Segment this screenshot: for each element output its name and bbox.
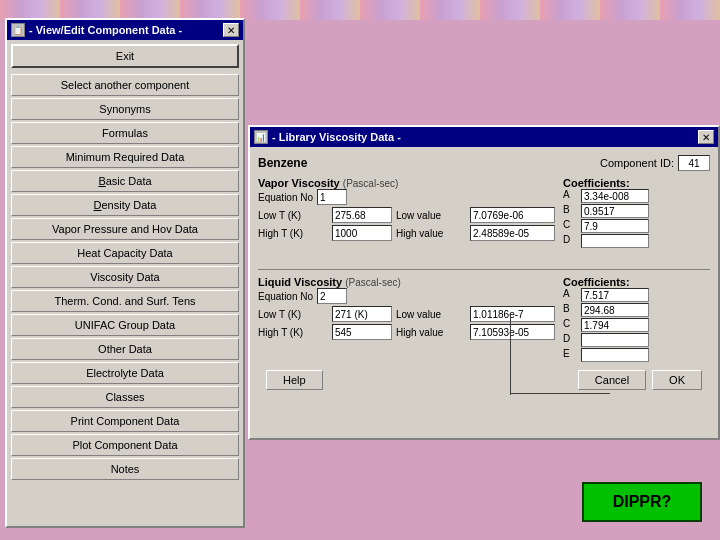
- vapor-equation-row: Equation No: [258, 189, 555, 205]
- exit-button[interactable]: Exit: [11, 44, 239, 68]
- min-required-data-button[interactable]: Minimum Required Data: [11, 146, 239, 168]
- formulas-button[interactable]: Formulas: [11, 122, 239, 144]
- viscosity-dialog-titlebar: 📊 - Library Viscosity Data - ✕: [250, 127, 718, 147]
- liquid-coeff-d-label: D: [563, 333, 579, 347]
- vapor-lowval-label: Low value: [396, 210, 466, 221]
- vapor-coeff-b-label: B: [563, 204, 579, 218]
- liquid-lowt-label: Low T (K): [258, 309, 328, 320]
- main-window-content: Exit Select another component Synonyms F…: [7, 40, 243, 484]
- vapor-coeff-a-label: A: [563, 189, 579, 203]
- vapor-hight-label: High T (K): [258, 228, 328, 239]
- liquid-lowt-input[interactable]: [332, 306, 392, 322]
- vapor-viscosity-left: Vapor Viscosity (Pascal-sec) Equation No…: [258, 177, 555, 263]
- liquid-viscosity-section: Liquid Viscosity (Pascal-sec) Equation N…: [258, 276, 710, 362]
- vapor-coeff-c-label: C: [563, 219, 579, 233]
- vapor-coeff-grid: A B C D E: [563, 189, 710, 263]
- dialog-titlebar-left: 📊 - Library Viscosity Data -: [254, 130, 401, 144]
- liquid-coeff-grid: A B C D E: [563, 288, 710, 362]
- vapor-equation-input[interactable]: [317, 189, 347, 205]
- liquid-coefficients-section: Coefficients: A B C D E: [563, 276, 710, 362]
- vapor-coeff-d-input[interactable]: [581, 234, 649, 248]
- density-data-button[interactable]: Density Data: [11, 194, 239, 216]
- liquid-viscosity-two-col: Liquid Viscosity (Pascal-sec) Equation N…: [258, 276, 710, 362]
- vapor-pressure-button[interactable]: Vapor Pressure and Hov Data: [11, 218, 239, 240]
- vapor-coefficients-section: Coefficients: A B C D E: [563, 177, 710, 263]
- select-component-button[interactable]: Select another component: [11, 74, 239, 96]
- dippr-button[interactable]: DIPPR?: [582, 482, 702, 522]
- dialog-header: Benzene Component ID:: [258, 155, 710, 171]
- liquid-coeff-c-input[interactable]: [581, 318, 649, 332]
- liquid-coeff-a-input[interactable]: [581, 288, 649, 302]
- component-id-label: Component ID:: [600, 157, 674, 169]
- vapor-viscosity-two-col: Vapor Viscosity (Pascal-sec) Equation No…: [258, 177, 710, 263]
- electrolyte-data-button[interactable]: Electrolyte Data: [11, 362, 239, 384]
- liquid-equation-row: Equation No: [258, 288, 555, 304]
- ok-button[interactable]: OK: [652, 370, 702, 390]
- classes-button[interactable]: Classes: [11, 386, 239, 408]
- dialog-footer: Help Cancel OK: [258, 366, 710, 394]
- viscosity-dialog-close-button[interactable]: ✕: [698, 130, 714, 144]
- viscosity-dialog-title: - Library Viscosity Data -: [272, 131, 401, 143]
- viscosity-button[interactable]: Viscosity Data: [11, 266, 239, 288]
- liquid-coeff-c-label: C: [563, 318, 579, 332]
- main-window-close-button[interactable]: ✕: [223, 23, 239, 37]
- liquid-hight-input[interactable]: [332, 324, 392, 340]
- background-pattern: [0, 0, 720, 20]
- liquid-coeff-b-label: B: [563, 303, 579, 317]
- titlebar-left: 📋 - View/Edit Component Data -: [11, 23, 182, 37]
- liquid-coeff-d-input[interactable]: [581, 333, 649, 347]
- synonyms-button[interactable]: Synonyms: [11, 98, 239, 120]
- other-data-button[interactable]: Other Data: [11, 338, 239, 360]
- component-name: Benzene: [258, 156, 307, 170]
- liquid-coeff-a-label: A: [563, 288, 579, 302]
- liquid-viscosity-sublabel: (Pascal-sec): [345, 277, 401, 288]
- main-window-titlebar: 📋 - View/Edit Component Data - ✕: [7, 20, 243, 40]
- vapor-coeff-d-label: D: [563, 234, 579, 248]
- vapor-lowt-row: Low T (K) Low value: [258, 207, 555, 223]
- vapor-hight-input[interactable]: [332, 225, 392, 241]
- liquid-coeff-e-input[interactable]: [581, 348, 649, 362]
- dippr-label: DIPPR?: [613, 493, 672, 511]
- heat-capacity-button[interactable]: Heat Capacity Data: [11, 242, 239, 264]
- plot-component-button[interactable]: Plot Component Data: [11, 434, 239, 456]
- component-id-input[interactable]: [678, 155, 710, 171]
- main-window: 📋 - View/Edit Component Data - ✕ Exit Se…: [5, 18, 245, 528]
- liquid-eq-label: Equation No: [258, 291, 313, 302]
- vapor-lowt-input[interactable]: [332, 207, 392, 223]
- viscosity-dialog: 📊 - Library Viscosity Data - ✕ Benzene C…: [248, 125, 720, 440]
- component-id-area: Component ID:: [600, 155, 710, 171]
- liquid-hight-label: High T (K): [258, 327, 328, 338]
- therm-cond-button[interactable]: Therm. Cond. and Surf. Tens: [11, 290, 239, 312]
- vapor-eq-label: Equation No: [258, 192, 313, 203]
- unifac-group-button[interactable]: UNIFAC Group Data: [11, 314, 239, 336]
- vapor-hight-row: High T (K) High value: [258, 225, 555, 241]
- main-window-title: - View/Edit Component Data -: [29, 24, 182, 36]
- liquid-coeff-label: Coefficients:: [563, 276, 630, 288]
- liquid-coeff-b-input[interactable]: [581, 303, 649, 317]
- vapor-coeff-b-input[interactable]: [581, 204, 649, 218]
- liquid-equation-input[interactable]: [317, 288, 347, 304]
- print-component-button[interactable]: Print Component Data: [11, 410, 239, 432]
- dialog-app-icon: 📊: [254, 130, 268, 144]
- vapor-viscosity-label: Vapor Viscosity: [258, 177, 340, 189]
- cancel-button[interactable]: Cancel: [578, 370, 646, 390]
- vapor-coeff-label: Coefficients:: [563, 177, 630, 189]
- help-button[interactable]: Help: [266, 370, 323, 390]
- section-divider: [258, 269, 710, 270]
- connector-vertical: [510, 315, 511, 395]
- basic-data-button[interactable]: BBasic Dataasic Data: [11, 170, 239, 192]
- liquid-viscosity-label: Liquid Viscosity: [258, 276, 342, 288]
- notes-button[interactable]: Notes: [11, 458, 239, 480]
- liquid-coeff-e-label: E: [563, 348, 579, 362]
- liquid-lowval-label: Low value: [396, 309, 466, 320]
- liquid-lowval-input[interactable]: [470, 306, 555, 322]
- connector-horizontal: [510, 393, 610, 394]
- window-app-icon: 📋: [11, 23, 25, 37]
- vapor-highval-input[interactable]: [470, 225, 555, 241]
- vapor-lowt-label: Low T (K): [258, 210, 328, 221]
- vapor-coeff-a-input[interactable]: [581, 189, 649, 203]
- vapor-coeff-c-input[interactable]: [581, 219, 649, 233]
- vapor-viscosity-sublabel: (Pascal-sec): [343, 178, 399, 189]
- liquid-highval-input[interactable]: [470, 324, 555, 340]
- vapor-lowval-input[interactable]: [470, 207, 555, 223]
